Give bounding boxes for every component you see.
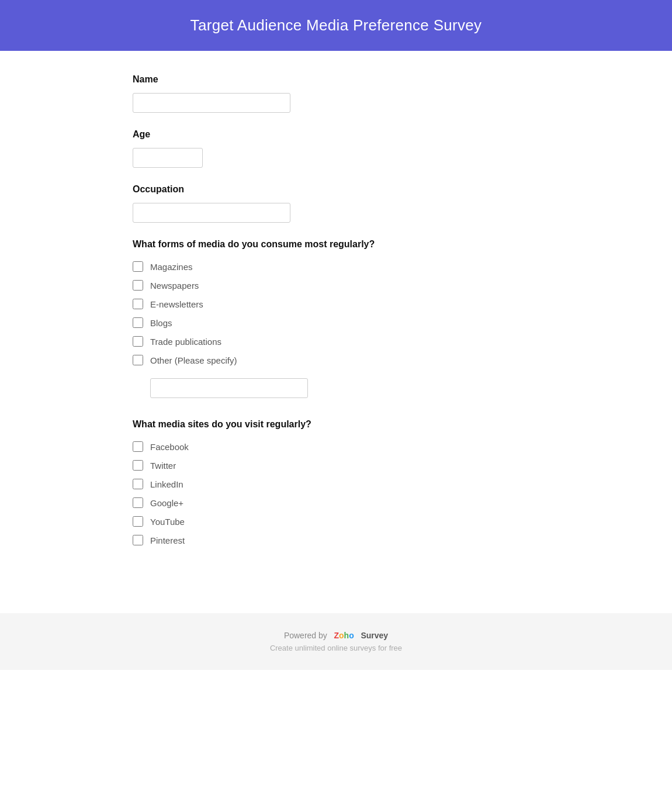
checkbox-youtube-label: YouTube bbox=[150, 517, 185, 527]
powered-by-line: Powered by Zoho Survey bbox=[12, 631, 660, 640]
occupation-input[interactable] bbox=[133, 203, 290, 223]
checkbox-enewsletters[interactable]: E-newsletters bbox=[133, 299, 539, 309]
checkbox-youtube-input[interactable] bbox=[133, 516, 143, 527]
media-forms-question: What forms of media do you consume most … bbox=[133, 239, 539, 250]
media-forms-options: Magazines Newspapers E-newsletters Blogs… bbox=[133, 261, 539, 398]
page-footer: Powered by Zoho Survey Create unlimited … bbox=[0, 613, 672, 670]
other-specify-wrapper bbox=[150, 378, 539, 398]
checkbox-googleplus[interactable]: Google+ bbox=[133, 497, 539, 508]
survey-header: Target Audience Media Preference Survey bbox=[0, 0, 672, 51]
checkbox-enewsletters-input[interactable] bbox=[133, 299, 143, 309]
checkbox-linkedin[interactable]: LinkedIn bbox=[133, 479, 539, 489]
checkbox-other[interactable]: Other (Please specify) bbox=[133, 355, 539, 365]
checkbox-trade-publications-label: Trade publications bbox=[150, 337, 221, 347]
occupation-label: Occupation bbox=[133, 184, 539, 195]
checkbox-trade-publications[interactable]: Trade publications bbox=[133, 336, 539, 347]
footer-subtext: Create unlimited online surveys for free bbox=[12, 644, 660, 652]
zoho-o2: o bbox=[349, 631, 354, 640]
checkbox-blogs-label: Blogs bbox=[150, 318, 172, 328]
checkbox-newspapers-input[interactable] bbox=[133, 280, 143, 291]
other-specify-input[interactable] bbox=[150, 378, 308, 398]
checkbox-facebook-label: Facebook bbox=[150, 442, 189, 452]
zoho-logo: Zoho bbox=[334, 631, 354, 640]
form-body: Name Age Occupation What forms of media … bbox=[102, 51, 570, 590]
checkbox-blogs-input[interactable] bbox=[133, 317, 143, 328]
powered-by-text: Powered by bbox=[284, 631, 327, 640]
checkbox-facebook-input[interactable] bbox=[133, 441, 143, 452]
checkbox-linkedin-input[interactable] bbox=[133, 479, 143, 489]
checkbox-pinterest[interactable]: Pinterest bbox=[133, 535, 539, 545]
checkbox-magazines-input[interactable] bbox=[133, 261, 143, 272]
age-field-group: Age bbox=[133, 129, 539, 168]
checkbox-googleplus-label: Google+ bbox=[150, 498, 183, 508]
checkbox-twitter[interactable]: Twitter bbox=[133, 460, 539, 471]
checkbox-magazines-label: Magazines bbox=[150, 262, 193, 272]
age-label: Age bbox=[133, 129, 539, 140]
checkbox-pinterest-label: Pinterest bbox=[150, 535, 185, 545]
occupation-field-group: Occupation bbox=[133, 184, 539, 223]
checkbox-other-input[interactable] bbox=[133, 355, 143, 365]
checkbox-linkedin-label: LinkedIn bbox=[150, 479, 183, 489]
checkbox-youtube[interactable]: YouTube bbox=[133, 516, 539, 527]
checkbox-magazines[interactable]: Magazines bbox=[133, 261, 539, 272]
survey-title: Target Audience Media Preference Survey bbox=[12, 16, 660, 34]
checkbox-googleplus-input[interactable] bbox=[133, 497, 143, 508]
zoho-o: o bbox=[339, 631, 344, 640]
checkbox-trade-publications-input[interactable] bbox=[133, 336, 143, 347]
zoho-h: h bbox=[344, 631, 349, 640]
name-label: Name bbox=[133, 74, 539, 85]
checkbox-newspapers-label: Newspapers bbox=[150, 281, 199, 291]
name-field-group: Name bbox=[133, 74, 539, 113]
checkbox-other-label: Other (Please specify) bbox=[150, 355, 237, 365]
media-forms-section: What forms of media do you consume most … bbox=[133, 239, 539, 398]
checkbox-enewsletters-label: E-newsletters bbox=[150, 299, 203, 309]
checkbox-newspapers[interactable]: Newspapers bbox=[133, 280, 539, 291]
media-sites-section: What media sites do you visit regularly?… bbox=[133, 419, 539, 545]
checkbox-blogs[interactable]: Blogs bbox=[133, 317, 539, 328]
survey-text: Survey bbox=[361, 631, 388, 640]
zoho-z: Z bbox=[334, 631, 339, 640]
age-input[interactable] bbox=[133, 148, 203, 168]
media-sites-question: What media sites do you visit regularly? bbox=[133, 419, 539, 430]
checkbox-twitter-label: Twitter bbox=[150, 461, 176, 471]
checkbox-twitter-input[interactable] bbox=[133, 460, 143, 471]
name-input[interactable] bbox=[133, 93, 290, 113]
checkbox-pinterest-input[interactable] bbox=[133, 535, 143, 545]
media-sites-options: Facebook Twitter LinkedIn Google+ YouTub… bbox=[133, 441, 539, 545]
checkbox-facebook[interactable]: Facebook bbox=[133, 441, 539, 452]
